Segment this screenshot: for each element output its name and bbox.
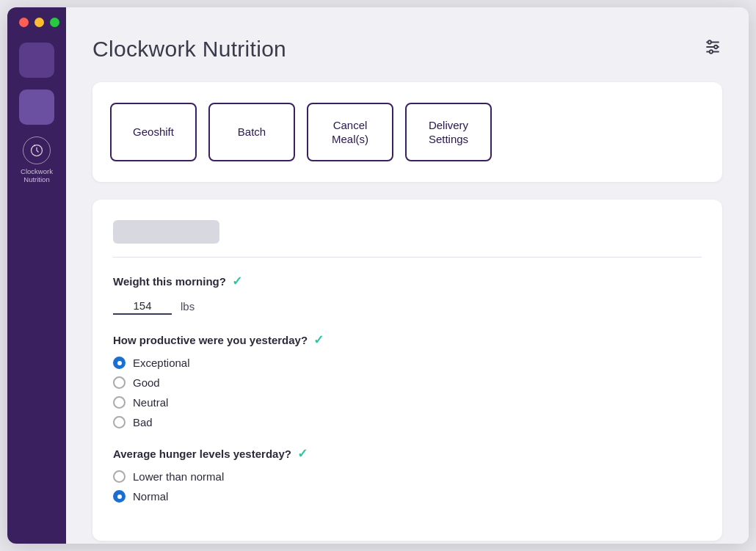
weight-row: lbs: [113, 298, 702, 315]
sidebar: Clockwork Nutrition: [7, 7, 66, 544]
svg-point-5: [708, 40, 711, 43]
sidebar-nav-label-clockwork: Clockwork Nutrition: [10, 167, 63, 184]
geoshift-button[interactable]: Geoshift: [110, 103, 197, 161]
radio-neutral-input[interactable]: [113, 396, 126, 409]
sidebar-item-block1[interactable]: [19, 43, 54, 78]
clockwork-icon: [23, 136, 51, 164]
svg-point-7: [710, 50, 713, 53]
weight-check-icon: ✓: [232, 274, 242, 289]
cancel-meals-button[interactable]: Cancel Meal(s): [307, 103, 393, 161]
radio-lower[interactable]: Lower than normal: [113, 470, 702, 483]
radio-exceptional-input[interactable]: [113, 357, 126, 369]
radio-good[interactable]: Good: [113, 376, 702, 389]
minimize-button[interactable]: [34, 18, 44, 27]
svg-point-6: [714, 45, 717, 48]
close-button[interactable]: [19, 18, 29, 27]
radio-bad[interactable]: Bad: [113, 416, 702, 428]
hunger-question: Average hunger levels yesterday? ✓: [113, 446, 702, 461]
radio-good-input[interactable]: [113, 376, 126, 389]
page-title: Clockwork Nutrition: [92, 37, 286, 62]
productivity-radio-group: Exceptional Good Neutral Bad: [113, 357, 702, 428]
svg-line-1: [34, 145, 35, 147]
titlebar: [19, 18, 59, 27]
main-content: Clockwork Nutrition Geoshift Batch C: [66, 7, 749, 544]
search-bar[interactable]: [113, 220, 219, 244]
page-header: Clockwork Nutrition: [92, 37, 722, 62]
batch-button[interactable]: Batch: [208, 103, 295, 161]
action-cards-container: Geoshift Batch Cancel Meal(s) Delivery S…: [92, 82, 722, 182]
radio-normal-input[interactable]: [113, 490, 126, 503]
divider: [113, 257, 702, 258]
radio-bad-input[interactable]: [113, 416, 126, 428]
radio-normal[interactable]: Normal: [113, 490, 702, 503]
radio-exceptional[interactable]: Exceptional: [113, 357, 702, 369]
sidebar-item-block2[interactable]: [19, 90, 54, 125]
weight-unit: lbs: [181, 300, 195, 313]
maximize-button[interactable]: [50, 18, 59, 27]
weight-input[interactable]: [113, 298, 172, 315]
sidebar-item-clockwork[interactable]: Clockwork Nutrition: [10, 136, 63, 184]
weight-question: Weight this morning? ✓: [113, 274, 702, 289]
delivery-settings-button[interactable]: Delivery Settings: [405, 103, 492, 161]
productivity-question: How productive were you yesterday? ✓: [113, 332, 702, 348]
radio-neutral[interactable]: Neutral: [113, 396, 702, 409]
radio-lower-input[interactable]: [113, 470, 126, 483]
productivity-check-icon: ✓: [313, 332, 324, 348]
hunger-radio-group: Lower than normal Normal: [113, 470, 702, 503]
filter-icon[interactable]: [703, 37, 722, 61]
form-card: Weight this morning? ✓ lbs How productiv…: [92, 200, 722, 541]
hunger-check-icon: ✓: [297, 446, 308, 461]
